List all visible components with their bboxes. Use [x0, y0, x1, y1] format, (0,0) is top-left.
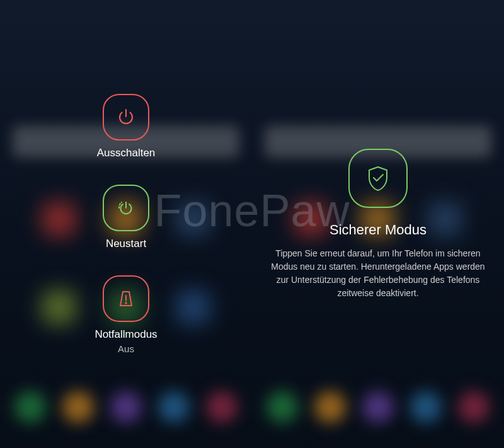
power-off-label: Ausschalten — [97, 147, 156, 159]
emergency-status: Aus — [118, 343, 134, 354]
power-icon — [103, 94, 149, 141]
restart-button[interactable]: Neustart — [103, 185, 149, 250]
emergency-label: Notfallmodus — [94, 328, 157, 341]
svg-point-0 — [125, 302, 127, 304]
emergency-icon — [103, 275, 149, 322]
safe-mode-button[interactable] — [348, 149, 408, 208]
restart-label: Neustart — [106, 238, 146, 250]
power-off-button[interactable]: Ausschalten — [97, 94, 156, 159]
restart-icon — [103, 185, 149, 231]
shield-check-icon — [364, 164, 392, 193]
emergency-mode-button[interactable]: Notfallmodus Aus — [94, 275, 157, 354]
power-menu-panel: Ausschalten Neustart Notfallmodus — [0, 0, 252, 448]
safe-mode-panel: Sicherer Modus Tippen Sie erneut darauf,… — [252, 0, 504, 448]
safe-mode-title: Sicherer Modus — [329, 222, 427, 238]
safe-mode-description: Tippen Sie erneut darauf, um Ihr Telefon… — [270, 247, 486, 300]
